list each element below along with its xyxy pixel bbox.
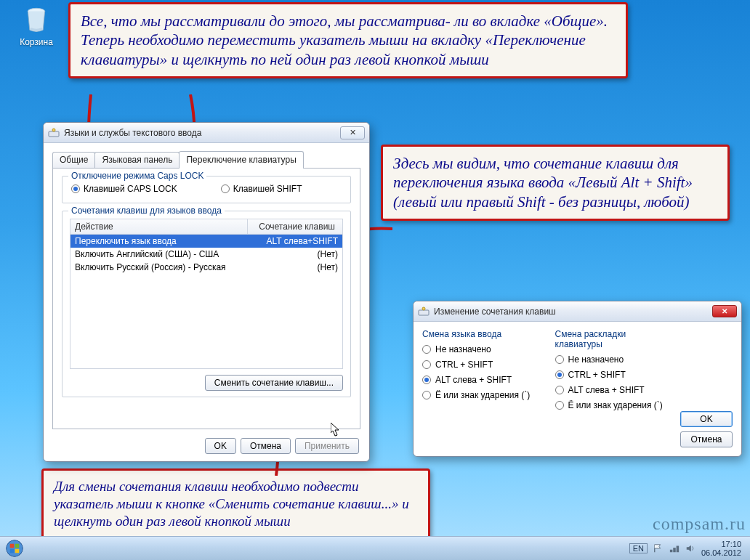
windows-orb-icon xyxy=(4,538,25,559)
ok-button[interactable]: OK xyxy=(205,438,236,454)
radio-right-none[interactable]: Не назначено xyxy=(555,354,675,365)
svg-rect-11 xyxy=(15,549,20,553)
radio-capslock-shift[interactable]: Клавишей SHIFT xyxy=(221,184,302,194)
group-capslock-title: Отключение режима Caps LOCK xyxy=(68,171,206,181)
col-keys: Сочетание клавиш xyxy=(248,219,342,234)
keyboard-icon xyxy=(418,306,430,317)
tab-strip: Общие Языковая панель Переключение клави… xyxy=(52,150,360,168)
svg-rect-13 xyxy=(673,548,676,552)
tab-general[interactable]: Общие xyxy=(52,152,95,168)
col-keyboard-layout: Смена раскладки клавиатуры Не назначено … xyxy=(555,328,733,415)
radio-right-ctrlshift[interactable]: CTRL + SHIFT xyxy=(555,370,675,380)
clock[interactable]: 17:10 06.04.2012 xyxy=(701,540,741,557)
tray-volume-icon[interactable] xyxy=(685,543,695,553)
svg-rect-12 xyxy=(670,550,673,553)
radio-right-grave[interactable]: Ё или знак ударения (`) xyxy=(555,400,675,410)
callout-bottom: Для смены сочетания клавиш необходимо по… xyxy=(41,468,430,539)
radio-left-altshift[interactable]: ALT слева + SHIFT xyxy=(422,375,542,385)
tray-flag-icon[interactable] xyxy=(653,543,664,553)
radio-left-grave[interactable]: Ё или знак ударения (`) xyxy=(422,390,542,400)
radio-capslock-caps[interactable]: Клавишей CAPS LOCK xyxy=(71,184,177,194)
radio-icon xyxy=(422,360,431,369)
radio-left-ctrlshift[interactable]: CTRL + SHIFT xyxy=(422,360,542,370)
col-input-language-title: Смена языка ввода xyxy=(422,329,542,339)
tray-network-icon[interactable] xyxy=(669,543,680,553)
radio-icon xyxy=(422,345,431,354)
svg-rect-3 xyxy=(419,310,429,315)
apply-button[interactable]: Применить xyxy=(295,438,359,454)
radio-icon xyxy=(555,386,564,394)
radio-icon xyxy=(555,401,564,410)
callout-right: Здесь мы видим, что сочетание клавиш для… xyxy=(381,145,730,221)
clock-date: 06.04.2012 xyxy=(701,548,741,557)
language-indicator[interactable]: EN xyxy=(629,543,648,553)
close-icon: ✕ xyxy=(350,128,356,137)
radio-icon xyxy=(422,376,431,384)
group-hotkeys-title: Сочетания клавиш для языков ввода xyxy=(68,206,225,216)
dialog2-title: Изменение сочетания клавиш xyxy=(434,307,712,317)
col-keyboard-layout-title: Смена раскладки клавиатуры xyxy=(555,329,675,349)
dialog2-titlebar[interactable]: Изменение сочетания клавиш ✕ xyxy=(414,301,741,322)
recycle-bin[interactable]: Корзина xyxy=(15,6,58,47)
watermark: compsam.ru xyxy=(653,514,746,534)
hotkeys-header: Действие Сочетание клавиш xyxy=(70,219,343,235)
taskbar: EN 17:10 06.04.2012 xyxy=(0,536,750,560)
radio-icon xyxy=(555,370,564,379)
system-tray: EN 17:10 06.04.2012 xyxy=(629,540,750,557)
list-item[interactable]: Переключить язык вводаALT слева+SHIFT xyxy=(70,235,342,248)
dialog2-close-button[interactable]: ✕ xyxy=(712,305,737,317)
svg-point-2 xyxy=(52,129,55,131)
tab-keyboard-switch[interactable]: Переключение клавиатуры xyxy=(179,151,303,169)
dialog2-ok-button[interactable]: OK xyxy=(680,411,733,427)
dialog2-cancel-button[interactable]: Отмена xyxy=(680,431,733,447)
radio-icon xyxy=(71,184,80,193)
radio-left-none[interactable]: Не назначено xyxy=(422,344,542,354)
radio-right-altshift[interactable]: ALT слева + SHIFT xyxy=(555,385,675,395)
dialog-text-services: Языки и службы текстового ввода ✕ Общие … xyxy=(43,122,370,462)
group-capslock: Отключение режима Caps LOCK Клавишей CAP… xyxy=(62,176,351,203)
radio-icon xyxy=(422,391,431,399)
keyboard-icon xyxy=(48,127,60,139)
close-icon: ✕ xyxy=(722,307,727,315)
dialog1-title: Языки и службы текстового ввода xyxy=(64,128,340,138)
start-button[interactable] xyxy=(0,537,29,561)
svg-point-4 xyxy=(422,307,425,310)
svg-rect-10 xyxy=(10,549,15,553)
radio-icon xyxy=(221,184,230,193)
svg-rect-9 xyxy=(15,544,20,548)
dialog1-titlebar[interactable]: Языки и службы текстового ввода ✕ xyxy=(44,123,369,143)
clock-time: 17:10 xyxy=(701,540,741,548)
list-item[interactable]: Включить Русский (Россия) - Русская(Нет) xyxy=(70,261,342,274)
change-hotkey-button[interactable]: Сменить сочетание клавиш... xyxy=(205,375,343,391)
svg-rect-1 xyxy=(49,131,59,137)
dialog-change-hotkey: Изменение сочетания клавиш ✕ Смена языка… xyxy=(413,301,742,457)
tab-language-bar[interactable]: Языковая панель xyxy=(94,152,180,168)
group-hotkeys: Сочетания клавиш для языков ввода Действ… xyxy=(62,211,351,397)
svg-rect-8 xyxy=(10,544,15,548)
recycle-bin-icon xyxy=(22,6,51,35)
dialog1-footer: OK Отмена Применить xyxy=(201,438,359,454)
col-action: Действие xyxy=(70,219,248,234)
svg-rect-14 xyxy=(677,546,680,553)
hotkeys-list[interactable]: Переключить язык вводаALT слева+SHIFT Вк… xyxy=(70,235,343,369)
list-item[interactable]: Включить Английский (США) - США(Нет) xyxy=(70,248,342,261)
col-input-language: Смена языка ввода Не назначено CTRL + SH… xyxy=(422,328,542,415)
cancel-button[interactable]: Отмена xyxy=(241,438,291,454)
callout-top: Все, что мы рассматривали до этого, мы р… xyxy=(68,2,628,78)
dialog1-close-button[interactable]: ✕ xyxy=(340,126,365,139)
recycle-bin-label: Корзина xyxy=(20,37,53,47)
radio-icon xyxy=(555,355,564,364)
